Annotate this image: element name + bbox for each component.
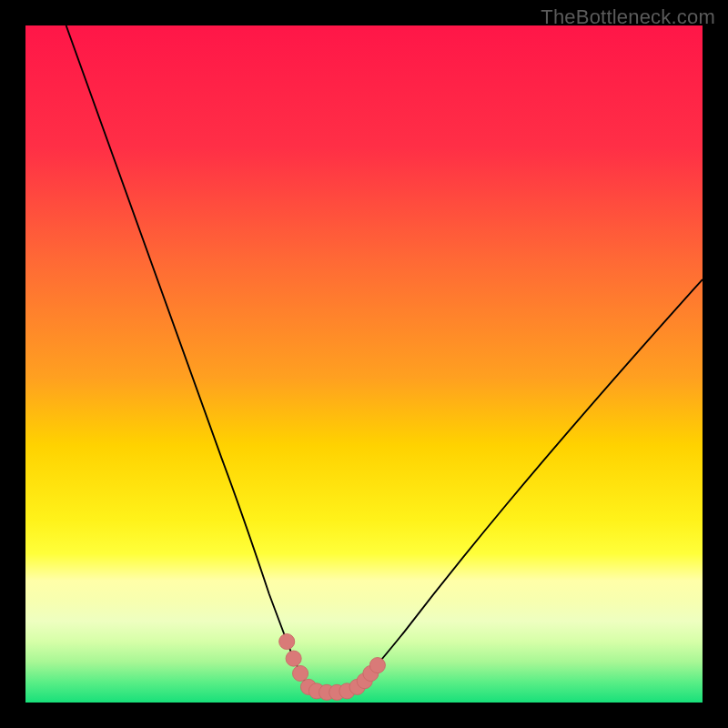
chart-frame: TheBottleneck.com [0,0,728,728]
trough-markers [279,633,386,700]
curve-left-branch [66,25,308,687]
plot-area [25,25,703,703]
curve-right-branch [358,279,703,687]
svg-point-1 [279,633,295,649]
watermark-text: TheBottleneck.com [541,5,715,29]
bottleneck-curve [25,25,703,703]
svg-point-2 [286,651,301,666]
svg-point-3 [293,665,308,681]
svg-point-12 [369,658,385,673]
